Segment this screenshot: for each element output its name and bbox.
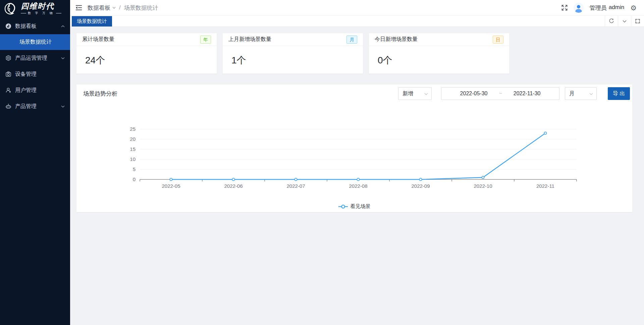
svg-text:2022-05: 2022-05 [162,183,180,189]
menu-fold-icon[interactable] [75,4,83,12]
sidebar-item-scene-statistics[interactable]: 场景数据统计 [0,34,70,50]
content-area: 累计场景数量 年 24个 上月新增场景数量 月 1个 今日新增场景数量 日 0个 [70,27,644,325]
chevron-down-icon [589,93,593,95]
trend-type-select[interactable]: 新增 [398,87,432,100]
sidebar-item-label: 数据看板 [15,23,37,30]
sidebar-item-product-operations[interactable]: 产品运营管理 [0,50,70,66]
stat-card-today: 今日新增场景数量 日 0个 [369,33,509,74]
date-range-picker[interactable]: 2022-05-30 ~ 2022-11-30 [441,87,559,100]
breadcrumb-separator: / [119,4,121,11]
user-menu[interactable]: 管理员 admin [590,4,624,12]
avatar[interactable] [574,3,584,13]
svg-text:2022-10: 2022-10 [474,183,492,189]
chevron-down-icon [112,7,116,9]
refresh-icon[interactable] [605,16,618,26]
svg-text:5: 5 [133,166,136,172]
logo-name: 四维时代 [21,2,61,10]
stat-card-title: 今日新增场景数量 [375,36,418,43]
svg-text:0: 0 [133,176,136,182]
svg-text:10: 10 [130,156,136,162]
trend-chart[interactable]: 05101520252022-052022-062022-072022-0820… [76,101,632,206]
sidebar-item-label: 产品管理 [15,103,37,110]
user-icon [5,87,11,93]
trend-chart-svg[interactable]: 05101520252022-052022-062022-072022-0820… [76,101,632,206]
chart-legend[interactable]: 看见场景 [76,203,632,210]
svg-text:2022-07: 2022-07 [286,183,305,189]
maximize-icon[interactable] [631,16,644,26]
breadcrumb-item-dashboard[interactable]: 数据看板 [88,4,116,12]
svg-text:2022-08: 2022-08 [349,183,367,189]
trend-panel-title: 场景趋势分析 [83,90,117,98]
svg-text:25: 25 [130,126,136,132]
fullscreen-icon[interactable] [561,5,568,11]
user-role: 管理员 [590,4,607,12]
sidebar-item-product-management[interactable]: 产品管理 [0,98,70,114]
sidebar-item-label: 用户管理 [15,87,37,94]
svg-text:2022-09: 2022-09 [411,183,430,189]
svg-text:15: 15 [130,146,136,152]
legend-label: 看见场景 [351,203,371,210]
tab-scene-statistics[interactable]: 场景数据统计 [72,16,112,26]
sidebar-item-label: 产品运营管理 [15,55,47,62]
stat-card-last-month: 上月新增场景数量 月 1个 [222,33,363,74]
badge-day: 日 [493,36,503,44]
sidebar-item-label: 设备管理 [15,71,37,78]
user-name: admin [609,4,624,12]
sidebar: 四维时代 数 字 万 物 数据看板 场景数据统计 产品运营管理 [0,0,70,325]
svg-text:2022-11: 2022-11 [536,183,554,189]
chevron-down-icon[interactable] [618,16,631,26]
sidebar-menu: 数据看板 场景数据统计 产品运营管理 设备管理 [0,18,70,114]
stat-card-title: 累计场景数量 [82,36,114,43]
chevron-down-icon [424,93,428,95]
tabbar: 场景数据统计 [70,16,644,27]
topbar: 数据看板 / 场景数据统计 管理员 [70,0,644,16]
device-icon [5,71,11,77]
logo-mark [4,2,18,15]
operations-icon [5,55,11,61]
sidebar-item-user-management[interactable]: 用户管理 [0,82,70,98]
date-range-separator: ~ [499,91,502,97]
dashboard-icon [5,23,11,29]
stat-card-value: 0个 [369,46,509,67]
badge-month: 月 [346,36,357,44]
stat-cards-row: 累计场景数量 年 24个 上月新增场景数量 月 1个 今日新增场景数量 日 0个 [76,33,633,74]
sidebar-item-device-management[interactable]: 设备管理 [0,66,70,82]
svg-text:2022-06: 2022-06 [224,183,243,189]
granularity-select[interactable]: 月 [565,87,597,100]
sidebar-item-dashboard[interactable]: 数据看板 [0,18,70,34]
breadcrumb: 数据看板 / 场景数据统计 [88,4,158,12]
date-end-input[interactable]: 2022-11-30 [514,91,541,97]
logo-subtitle: 数 字 万 物 [21,11,61,15]
stat-card-title: 上月新增场景数量 [228,36,271,43]
chevron-down-icon [61,57,65,59]
breadcrumb-item-current: 场景数据统计 [124,4,158,12]
stat-card-value: 1个 [223,46,363,67]
stat-card-value: 24个 [76,46,217,67]
badge-year: 年 [200,36,211,44]
gear-icon[interactable]: ⚙ [630,4,637,11]
export-button[interactable]: 导 出 [608,87,630,100]
legend-line-icon [338,205,348,209]
logo: 四维时代 数 字 万 物 [0,0,70,17]
sidebar-subitem-label: 场景数据统计 [19,39,52,46]
date-start-input[interactable]: 2022-05-30 [460,91,488,97]
trend-panel: 场景趋势分析 新增 2022-05-30 ~ 2022-11-30 月 [76,84,633,212]
stat-card-total: 累计场景数量 年 24个 [76,33,217,74]
product-icon [5,103,11,109]
svg-text:20: 20 [130,136,136,142]
chevron-up-icon [61,25,65,28]
chevron-down-icon [61,105,65,108]
